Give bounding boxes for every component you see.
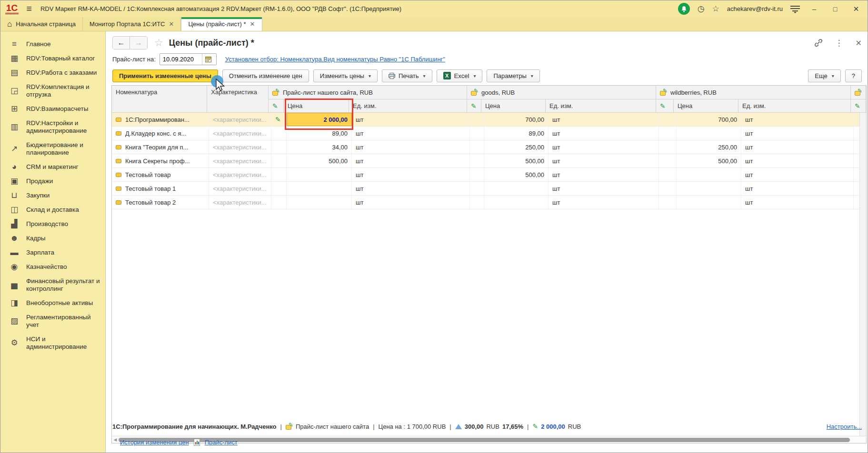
sidebar-item-1[interactable]: ▦RDV:Товарный каталог bbox=[0, 51, 105, 66]
cell-unit[interactable]: шт bbox=[741, 168, 854, 181]
cell-unit[interactable]: шт bbox=[549, 140, 659, 154]
cell-characteristic[interactable]: <характеристики... bbox=[209, 113, 271, 126]
cell-price[interactable] bbox=[677, 196, 741, 209]
minimize-button[interactable] bbox=[808, 5, 821, 13]
cell-nomenclature[interactable]: Книга Секреты проф... bbox=[112, 154, 209, 167]
more-button[interactable]: Еще bbox=[808, 69, 840, 82]
unit-col-header[interactable]: Ед. изм. bbox=[349, 99, 467, 113]
cell-edit-flag[interactable] bbox=[271, 196, 287, 209]
cell-price[interactable] bbox=[484, 182, 549, 195]
cell-edit-flag[interactable] bbox=[659, 140, 677, 154]
group-header[interactable]: ✎goods, RUB bbox=[467, 86, 656, 99]
cell-edit-flag[interactable] bbox=[659, 113, 677, 126]
cell-characteristic[interactable]: <характеристики... bbox=[209, 127, 271, 140]
cell-edit-flag[interactable] bbox=[470, 182, 484, 195]
cell-price[interactable] bbox=[484, 196, 549, 209]
col-header-nomenclature[interactable]: Номенклатура bbox=[112, 86, 207, 113]
cell-edit-flag[interactable] bbox=[271, 154, 287, 167]
cell-unit[interactable]: шт bbox=[741, 127, 854, 140]
cell-price[interactable]: 89,00 bbox=[484, 127, 549, 140]
cell-price[interactable] bbox=[677, 182, 741, 195]
sidebar-item-11[interactable]: ▟Производство bbox=[0, 217, 105, 231]
cell-unit[interactable]: шт bbox=[352, 196, 470, 209]
sidebar-item-17[interactable]: ▨Регламентированный учет bbox=[0, 310, 105, 332]
sidebar-item-13[interactable]: ▬Зарплата bbox=[0, 246, 105, 260]
cell-edit-flag[interactable] bbox=[271, 140, 287, 154]
date-input[interactable] bbox=[160, 56, 202, 63]
maximize-button[interactable] bbox=[828, 5, 842, 13]
cell-nomenclature[interactable]: Книга "Теория для п... bbox=[112, 140, 209, 154]
edit-col-header[interactable]: ✎ bbox=[467, 99, 481, 113]
cell-nomenclature[interactable]: Тестовый товар bbox=[112, 168, 209, 181]
cell-unit[interactable]: шт bbox=[352, 127, 470, 140]
cell-edit-flag[interactable] bbox=[271, 182, 287, 195]
tools-menu-icon[interactable] bbox=[790, 6, 800, 12]
favorite-star-icon[interactable]: ☆ bbox=[154, 37, 163, 49]
cell-edit-flag[interactable] bbox=[659, 154, 677, 167]
sidebar-item-14[interactable]: ◉Казначейство bbox=[0, 260, 105, 274]
kebab-menu-icon[interactable]: ⋮ bbox=[835, 38, 843, 48]
cell-price[interactable]: 500,00 bbox=[484, 154, 549, 167]
cell-price[interactable]: 500,00 bbox=[677, 154, 741, 167]
cell-edit-flag[interactable] bbox=[470, 127, 484, 140]
cell-edit-flag[interactable] bbox=[271, 127, 287, 140]
price-history-link[interactable]: История изменения цен bbox=[120, 439, 189, 446]
cell-edit-flag[interactable] bbox=[470, 154, 484, 167]
cell-unit[interactable]: шт bbox=[741, 113, 854, 126]
sidebar-item-8[interactable]: ▣Продажи bbox=[0, 174, 105, 188]
history-icon[interactable]: ◷ bbox=[698, 5, 705, 13]
tab-2[interactable]: Цены (прайс-лист) * bbox=[181, 17, 262, 31]
cell-edit-flag[interactable] bbox=[659, 182, 677, 195]
cell-edit-flag[interactable] bbox=[271, 168, 287, 181]
cell-unit[interactable]: шт bbox=[352, 113, 470, 126]
edit-col-header[interactable]: ✎ bbox=[269, 99, 284, 113]
cell-edit-flag[interactable] bbox=[470, 196, 484, 209]
sidebar-item-12[interactable]: ☻Кадры bbox=[0, 231, 105, 246]
cell-unit[interactable]: шт bbox=[549, 113, 659, 126]
main-menu-icon[interactable]: ≡ bbox=[26, 3, 32, 14]
cell-unit[interactable]: шт bbox=[549, 182, 659, 195]
cell-characteristic[interactable]: <характеристики... bbox=[209, 154, 271, 167]
cell-characteristic[interactable]: <характеристики... bbox=[209, 168, 271, 181]
cell-price[interactable]: 700,00 bbox=[677, 113, 741, 126]
notifications-button[interactable] bbox=[678, 3, 690, 15]
apply-prices-button[interactable]: Применить измененные цены bbox=[112, 69, 218, 82]
cell-characteristic[interactable]: <характеристики... bbox=[209, 182, 271, 195]
edit-col-header[interactable]: ✎ bbox=[656, 99, 674, 113]
table-row-3[interactable]: Книга Секреты проф...<характеристики...5… bbox=[112, 154, 866, 168]
cell-price[interactable]: 250,00 bbox=[677, 140, 741, 154]
sidebar-item-5[interactable]: ▥RDV:Настройки и администрирование bbox=[0, 116, 105, 138]
tab-1[interactable]: Монитор Портала 1С:ИТС bbox=[83, 17, 181, 31]
cell-unit[interactable]: шт bbox=[741, 140, 854, 154]
cell-characteristic[interactable]: <характеристики... bbox=[209, 140, 271, 154]
cell-edit-flag[interactable] bbox=[659, 196, 677, 209]
user-email[interactable]: achekarev@rdv-it.ru bbox=[727, 5, 783, 12]
cell-edit-flag[interactable] bbox=[470, 168, 484, 181]
tab-close-icon[interactable] bbox=[169, 20, 174, 28]
favorites-star-icon[interactable]: ☆ bbox=[712, 5, 719, 13]
pricelist-date-field[interactable] bbox=[160, 53, 217, 65]
help-button[interactable]: ? bbox=[845, 69, 862, 82]
form-close-icon[interactable]: ✕ bbox=[856, 39, 862, 48]
col-header-characteristic[interactable]: Характеристика bbox=[207, 86, 269, 113]
cell-unit[interactable]: шт bbox=[352, 140, 470, 154]
cell-unit[interactable]: шт bbox=[549, 154, 659, 167]
cell-price[interactable] bbox=[287, 196, 352, 209]
change-prices-button[interactable]: Изменить цены bbox=[313, 69, 378, 82]
cell-unit[interactable]: шт bbox=[549, 196, 659, 209]
cell-price[interactable]: 500,00 bbox=[287, 154, 352, 167]
sidebar-item-6[interactable]: ↗Бюджетирование и планирование bbox=[0, 138, 105, 160]
sidebar-item-10[interactable]: ◫Склад и доставка bbox=[0, 203, 105, 217]
sidebar-item-2[interactable]: ▤RDV:Работа с заказами bbox=[0, 66, 105, 80]
cell-unit[interactable]: шт bbox=[352, 182, 470, 195]
filter-link[interactable]: Установлен отбор: Номенклатура.Вид номен… bbox=[225, 56, 445, 63]
group-header[interactable]: ✎wildberries, RUB bbox=[656, 86, 851, 99]
excel-button[interactable]: X Excel bbox=[437, 69, 483, 82]
table-row-4[interactable]: Тестовый товар<характеристики...шт500,00… bbox=[112, 168, 866, 182]
scroll-left-arrow-icon[interactable]: ◀ bbox=[112, 437, 119, 442]
pricelist-link[interactable]: Прайс-лист bbox=[205, 439, 238, 446]
table-row-6[interactable]: Тестовый товар 2<характеристики...штштшт bbox=[112, 196, 866, 209]
cell-price[interactable] bbox=[287, 182, 352, 195]
sidebar-item-18[interactable]: ⚙НСИ и администрирование bbox=[0, 332, 105, 354]
cell-characteristic[interactable]: <характеристики... bbox=[209, 196, 271, 209]
